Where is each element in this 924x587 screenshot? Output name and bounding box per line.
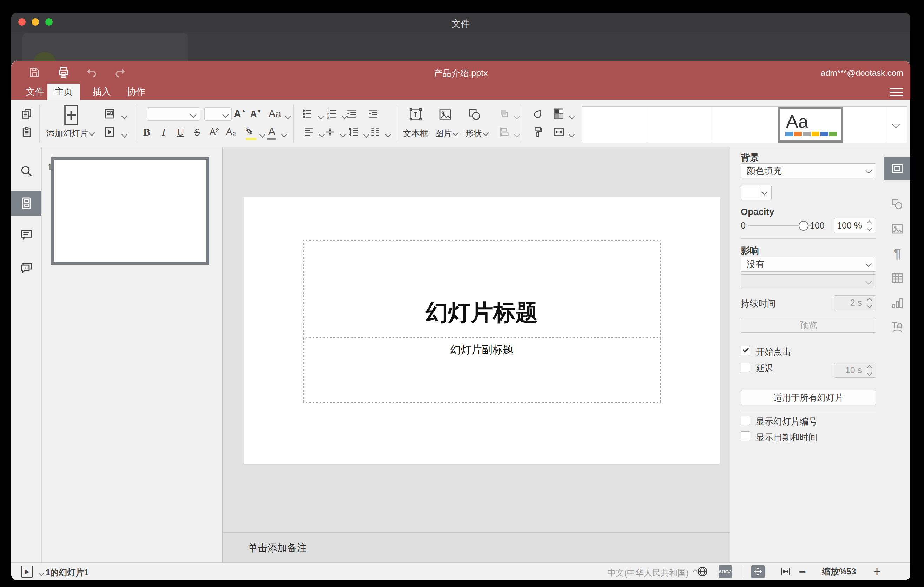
strikeout-button[interactable]: S: [195, 126, 200, 138]
theme-option-selected[interactable]: Aa: [778, 107, 843, 143]
start-on-click-checkbox[interactable]: [741, 346, 750, 355]
add-slide-button[interactable]: 添加幻灯片: [46, 128, 94, 139]
zoom-out-button[interactable]: −: [799, 565, 806, 579]
tab-collaboration[interactable]: 协作: [119, 84, 154, 100]
show-slide-number-checkbox[interactable]: [741, 416, 750, 425]
slide-size-icon[interactable]: [553, 126, 565, 139]
chevron-down-icon[interactable]: [284, 113, 291, 119]
bold-button[interactable]: B: [143, 126, 150, 138]
chevron-down-icon[interactable]: [121, 113, 127, 119]
tab-home[interactable]: 主页: [48, 84, 80, 100]
image-settings-icon[interactable]: [891, 223, 904, 235]
increase-font-icon[interactable]: A▲: [233, 108, 246, 120]
font-size-combo[interactable]: [204, 107, 232, 121]
start-slideshow-button[interactable]: ▶: [21, 566, 33, 577]
zoom-in-button[interactable]: +: [873, 564, 881, 579]
fit-slide-toggle[interactable]: [751, 565, 765, 578]
title-placeholder[interactable]: 幻灯片标题: [303, 241, 661, 338]
chevron-down-icon[interactable]: [568, 113, 575, 119]
delay-checkbox[interactable]: [741, 363, 750, 372]
effect-select[interactable]: 没有: [741, 257, 876, 272]
fit-width-button[interactable]: [780, 566, 791, 577]
highlight-color-button[interactable]: ✎: [245, 125, 254, 138]
font-color-button[interactable]: A: [268, 125, 275, 137]
subscript-button[interactable]: A₂: [226, 127, 236, 138]
columns-icon[interactable]: [370, 126, 381, 138]
chevron-down-icon[interactable]: [317, 113, 324, 119]
slide-settings-tab[interactable]: [884, 157, 910, 180]
image-icon[interactable]: [438, 107, 452, 122]
increase-indent-icon[interactable]: [368, 108, 379, 119]
presentation-editor: 产品介绍.pptx adm***@dootask.com 文件 主页 插入 协作: [11, 61, 910, 580]
shape-settings-icon[interactable]: [891, 198, 904, 211]
decrease-font-icon[interactable]: A▼: [250, 109, 262, 119]
chevron-down-icon[interactable]: [281, 131, 287, 137]
chat-icon[interactable]: [20, 261, 33, 275]
shape-icon[interactable]: [468, 107, 482, 122]
change-layout-icon[interactable]: [104, 108, 116, 120]
line-spacing-icon[interactable]: [348, 126, 359, 138]
show-date-time-checkbox[interactable]: [741, 432, 750, 441]
fill-color-picker[interactable]: [741, 185, 772, 200]
start-slideshow-icon[interactable]: [104, 126, 116, 138]
image-button[interactable]: 图片: [435, 128, 458, 139]
change-case-icon[interactable]: Aa: [269, 108, 282, 120]
bullets-icon[interactable]: [302, 108, 313, 119]
apply-to-all-slides-button[interactable]: 适用于所有幻灯片: [741, 390, 876, 405]
underline-button[interactable]: U: [177, 126, 184, 138]
chevron-down-icon[interactable]: [568, 131, 575, 137]
comments-icon[interactable]: [20, 228, 33, 242]
globe-icon[interactable]: [697, 566, 708, 577]
vertical-align-icon[interactable]: [324, 126, 336, 138]
menu-icon[interactable]: [890, 86, 903, 95]
sidebar-slides-tab[interactable]: [11, 191, 41, 216]
add-slide-icon[interactable]: [62, 104, 81, 126]
close-icon[interactable]: ✕: [888, 57, 906, 61]
chevron-down-icon[interactable]: [259, 131, 266, 137]
tab-insert[interactable]: 插入: [84, 84, 119, 100]
chevron-down-icon[interactable]: [385, 131, 391, 137]
editor-header: 产品介绍.pptx adm***@dootask.com 文件 主页 插入 协作: [11, 61, 910, 100]
chevron-down-icon[interactable]: [318, 131, 325, 137]
opacity-spinner[interactable]: 100 %: [834, 218, 876, 233]
search-icon[interactable]: [20, 164, 33, 178]
chevron-down-icon[interactable]: [363, 131, 369, 137]
notes-area[interactable]: 单击添加备注: [223, 532, 729, 563]
slide-thumbnail-selected[interactable]: [51, 157, 209, 265]
chevron-down-icon[interactable]: [39, 571, 44, 577]
status-divider: [744, 566, 744, 577]
decrease-indent-icon[interactable]: [346, 108, 357, 119]
background-fill-select[interactable]: 颜色填充: [741, 163, 876, 178]
horizontal-align-icon[interactable]: [303, 126, 315, 138]
chart-settings-icon[interactable]: [891, 296, 904, 309]
slide[interactable]: 幻灯片标题 幻灯片副标题: [244, 197, 720, 465]
copy-icon[interactable]: [21, 108, 32, 119]
theme-option[interactable]: [843, 107, 885, 143]
clear-style-icon[interactable]: [532, 108, 544, 120]
shape-button[interactable]: 形状: [465, 128, 488, 139]
color-scheme-icon[interactable]: [553, 107, 565, 120]
subtitle-placeholder[interactable]: 幻灯片副标题: [303, 337, 661, 403]
theme-option[interactable]: [647, 107, 713, 143]
textbox-button[interactable]: 文本框: [403, 128, 428, 139]
theme-gallery-expand-button[interactable]: [885, 107, 907, 143]
theme-option[interactable]: [713, 107, 778, 143]
chevron-down-icon: [865, 261, 872, 267]
delay-label: 延迟: [756, 363, 774, 374]
numbering-icon[interactable]: 123: [326, 108, 337, 119]
paragraph-settings-icon[interactable]: ¶: [893, 246, 901, 261]
textbox-icon[interactable]: [409, 107, 423, 122]
superscript-button[interactable]: A²: [210, 127, 219, 138]
paste-icon[interactable]: [21, 126, 32, 138]
spellcheck-toggle[interactable]: ABC✓: [719, 565, 732, 578]
language-selector[interactable]: 中文(中华人民共和国): [607, 567, 689, 579]
theme-option[interactable]: [582, 107, 647, 143]
table-settings-icon[interactable]: [891, 272, 904, 284]
chevron-down-icon[interactable]: [121, 131, 127, 137]
italic-button[interactable]: I: [162, 126, 165, 138]
copy-style-icon[interactable]: [532, 126, 544, 138]
chevron-down-icon[interactable]: [340, 131, 346, 137]
opacity-slider-handle[interactable]: [799, 221, 808, 231]
font-name-combo[interactable]: [147, 107, 200, 121]
text-art-settings-icon[interactable]: [891, 320, 904, 334]
